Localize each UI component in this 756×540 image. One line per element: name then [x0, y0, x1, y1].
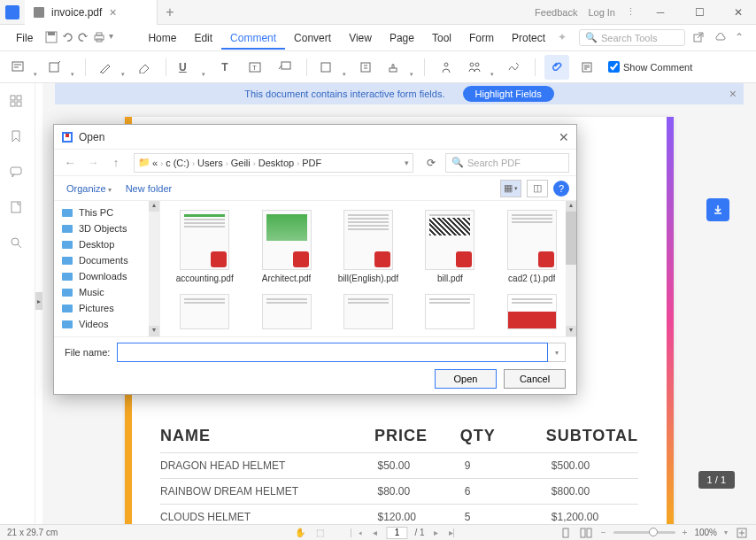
- folder-tree[interactable]: This PC3D ObjectsDesktopDocumentsDownloa…: [54, 201, 160, 336]
- dialog-search-input[interactable]: 🔍 Search PDF: [445, 153, 569, 173]
- document-tab[interactable]: invoice.pdf ×: [25, 0, 158, 25]
- print-icon[interactable]: [93, 31, 105, 45]
- breadcrumb-item[interactable]: Desktop: [258, 158, 294, 168]
- tab-close-icon[interactable]: ×: [109, 5, 116, 19]
- tree-item-music[interactable]: Music: [54, 284, 159, 300]
- minimize-button[interactable]: ─: [646, 0, 675, 25]
- fit-page-icon[interactable]: [735, 528, 749, 538]
- text-box-tool[interactable]: T: [243, 55, 267, 80]
- zoom-in-button[interactable]: +: [681, 528, 690, 537]
- breadcrumb-item[interactable]: PDF: [302, 158, 321, 168]
- breadcrumb-item[interactable]: Geili: [231, 158, 251, 168]
- files-scroll-down-icon[interactable]: ▾: [566, 326, 576, 336]
- tree-item-docs[interactable]: Documents: [54, 252, 159, 268]
- eraser-tool[interactable]: [132, 55, 157, 80]
- zoom-slider[interactable]: [613, 531, 675, 534]
- breadcrumb[interactable]: 📁 «›c (C:)›Users›Geili›Desktop›PDF ▾: [134, 153, 413, 173]
- quick-access-dropdown-icon[interactable]: ▾: [109, 31, 120, 45]
- forward-button[interactable]: →: [84, 154, 102, 172]
- file-item[interactable]: bill.pdf: [411, 206, 489, 287]
- file-item[interactable]: cad2 (1).pdf: [493, 206, 571, 287]
- up-button[interactable]: ↑: [107, 154, 125, 172]
- menu-page[interactable]: Page: [381, 28, 423, 48]
- show-comment-toggle[interactable]: Show Comment: [608, 61, 692, 73]
- undo-icon[interactable]: [61, 31, 73, 45]
- dialog-close-button[interactable]: ✕: [559, 130, 569, 144]
- download-button[interactable]: [706, 198, 729, 221]
- file-item[interactable]: [247, 290, 325, 333]
- back-button[interactable]: ←: [61, 154, 79, 172]
- tree-scroll-down-icon[interactable]: ▾: [149, 326, 159, 336]
- help-button[interactable]: ?: [553, 181, 569, 197]
- single-page-view-icon[interactable]: [559, 528, 573, 538]
- menu-comment[interactable]: Comment: [221, 28, 285, 50]
- menu-edit[interactable]: Edit: [185, 28, 221, 48]
- banner-close-icon[interactable]: ×: [729, 87, 737, 101]
- menu-form[interactable]: Form: [460, 28, 503, 48]
- tree-item-downloads[interactable]: Downloads: [54, 268, 159, 284]
- sticky-note-tool[interactable]: [353, 55, 378, 80]
- more-menu-icon[interactable]: ⋮: [626, 6, 636, 18]
- new-tab-button[interactable]: +: [158, 4, 182, 20]
- menu-home[interactable]: Home: [139, 28, 185, 48]
- menu-convert[interactable]: Convert: [285, 28, 340, 48]
- tree-scrollbar[interactable]: ▴ ▾: [149, 201, 159, 336]
- file-item[interactable]: [411, 290, 489, 333]
- pencil-tool[interactable]: ▾: [95, 55, 127, 80]
- signature-tool[interactable]: [501, 55, 526, 80]
- last-page-button[interactable]: ▸⎸: [447, 528, 463, 538]
- people-tool[interactable]: ▾: [464, 55, 496, 80]
- callout-tool[interactable]: [273, 55, 297, 80]
- hand-tool[interactable]: ▾: [44, 55, 76, 80]
- file-item[interactable]: bill(English).pdf: [329, 206, 407, 287]
- first-page-button[interactable]: ⎸◂: [349, 528, 364, 538]
- search-panel-icon[interactable]: [9, 235, 27, 253]
- expand-sidebar-icon[interactable]: ▸: [35, 292, 42, 310]
- zoom-out-button[interactable]: −: [599, 528, 608, 537]
- person-tool[interactable]: [434, 55, 459, 80]
- shape-tool[interactable]: ▾: [316, 55, 348, 80]
- close-window-button[interactable]: ✕: [724, 0, 752, 25]
- file-item[interactable]: accounting.pdf: [166, 206, 243, 287]
- files-scrollbar[interactable]: ▴ ▾: [566, 201, 576, 336]
- organize-button[interactable]: Organize▾: [61, 181, 117, 196]
- tree-scroll-up-icon[interactable]: ▴: [149, 201, 159, 212]
- menu-tool[interactable]: Tool: [423, 28, 460, 48]
- search-tools-input[interactable]: 🔍 Search Tools: [579, 29, 685, 46]
- preview-pane-button[interactable]: ◫: [527, 180, 548, 197]
- zoom-dropdown-icon[interactable]: ▾: [722, 528, 729, 536]
- tree-item-desktop[interactable]: Desktop: [54, 236, 159, 252]
- cancel-button[interactable]: Cancel: [504, 369, 566, 389]
- bookmark-icon[interactable]: [9, 129, 27, 147]
- file-item[interactable]: [493, 290, 571, 333]
- next-page-button[interactable]: ▸: [432, 528, 440, 537]
- maximize-button[interactable]: ☐: [685, 0, 714, 25]
- menu-protect[interactable]: Protect: [503, 28, 554, 48]
- two-page-view-icon[interactable]: [578, 528, 594, 538]
- open-button[interactable]: Open: [435, 369, 497, 389]
- select-mode-icon[interactable]: ⬚: [314, 528, 326, 537]
- filename-dropdown-icon[interactable]: ▾: [548, 343, 566, 362]
- feedback-link[interactable]: Feedback: [535, 7, 577, 18]
- attachment-tool[interactable]: [544, 55, 569, 80]
- hand-mode-icon[interactable]: ✋: [293, 528, 307, 537]
- zoom-thumb[interactable]: [649, 528, 658, 536]
- prev-page-button[interactable]: ◂: [371, 528, 379, 537]
- note-tool[interactable]: ▾: [7, 55, 39, 80]
- attachments-icon[interactable]: [9, 200, 27, 218]
- files-scroll-thumb[interactable]: [566, 212, 576, 265]
- files-scroll-up-icon[interactable]: ▴: [566, 201, 576, 212]
- cloud-icon[interactable]: [714, 31, 728, 45]
- highlight-fields-button[interactable]: Highlight Fields: [463, 86, 554, 102]
- comments-icon[interactable]: [9, 165, 27, 182]
- open-external-icon[interactable]: [692, 31, 706, 45]
- breadcrumb-item[interactable]: Users: [197, 158, 223, 168]
- tree-item-pictures[interactable]: Pictures: [54, 300, 159, 316]
- new-folder-button[interactable]: New folder: [120, 181, 178, 196]
- show-comment-checkbox[interactable]: [608, 61, 620, 73]
- share-icon[interactable]: ✦: [558, 31, 572, 45]
- breadcrumb-item[interactable]: c (C:): [166, 158, 189, 168]
- thumbnails-icon[interactable]: [9, 94, 27, 112]
- file-item[interactable]: [329, 290, 407, 333]
- file-menu[interactable]: File: [7, 28, 42, 48]
